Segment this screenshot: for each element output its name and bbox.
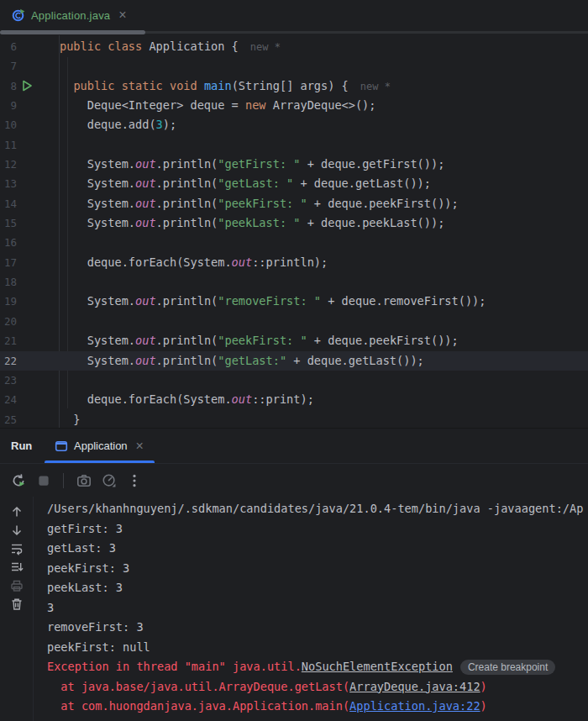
code-token: "getLast: " [218,176,293,190]
console-text: peekFirst: 3 [47,561,129,575]
code-line[interactable]: 17 deque.forEach(System.out::println); [0,253,588,272]
editor-tab-application-java[interactable]: Application.java × [0,0,138,30]
more-vertical-icon[interactable] [123,470,144,491]
line-number[interactable]: 12 [0,155,17,174]
code-line[interactable]: 22 System.out.println("getLast:" + deque… [0,351,588,371]
create-breakpoint-button[interactable]: Create breakpoint [460,660,555,675]
line-number[interactable]: 6 [0,37,17,56]
code-line[interactable]: 11 [0,135,588,155]
code-line[interactable]: 8 public static void main(String[] args)… [0,76,588,96]
code-line[interactable]: 6public class Application {new * [0,37,588,56]
console-toolbar [0,497,34,721]
line-number[interactable]: 7 [0,56,17,76]
soft-wrap-icon[interactable] [8,541,26,555]
code-line[interactable]: 25 } [0,410,588,428]
code-token: System. [60,157,135,171]
rerun-button[interactable] [8,470,29,491]
line-number[interactable]: 23 [0,371,17,390]
scroll-to-end-icon[interactable] [8,560,26,574]
code-token: deque.forEach(System. [60,392,232,406]
code-line[interactable]: 9 Deque<Integer> deque = new ArrayDeque<… [0,96,588,115]
code-token: + deque.removeFirst()); [321,294,486,308]
line-number[interactable]: 13 [0,174,17,193]
run-tab-active-indicator [45,460,155,463]
down-stack-trace-icon[interactable] [8,523,26,537]
stack-trace-link[interactable]: NoSuchElementException [302,660,453,673]
code-token: .println( [156,157,218,171]
console-output[interactable]: /Users/khanhnguyenj/.sdkman/candidates/j… [34,497,588,721]
line-number[interactable]: 20 [0,312,17,331]
console-line: getFirst: 3 [47,519,588,539]
run-tab-application[interactable]: Application × [45,429,155,463]
code-token: ::println); [252,255,328,269]
console-text: /Users/khanhnguyenj/.sdkman/candidates/j… [47,502,583,515]
code-token: System. [60,197,135,210]
code-line[interactable]: 7 [0,56,588,76]
code-token: .println( [156,197,218,210]
code-token: "peekFirst: " [218,334,307,347]
code-line[interactable]: 20 [0,312,588,331]
console-line: getLast: 3 [47,539,588,559]
line-number[interactable]: 17 [0,253,17,272]
console-text: peekLast: 3 [47,581,123,594]
code-token: void [170,79,197,92]
profiler-gauge-icon[interactable] [98,470,119,491]
ide-window: Application.java × 6public class Applica… [0,0,588,721]
code-token: ArrayDeque<>(); [266,98,376,112]
code-token: "removeFirst: " [218,294,321,308]
code-token: (String[] args) { [232,79,349,92]
line-number[interactable]: 10 [0,115,17,134]
print-icon[interactable] [8,578,26,592]
editor-tab-title: Application.java [31,9,110,22]
code-token: .println( [156,176,218,190]
console-text: getFirst: 3 [47,522,123,535]
line-number[interactable]: 9 [0,96,17,115]
line-number[interactable]: 8 [0,76,17,96]
line-number[interactable]: 24 [0,390,17,409]
line-number[interactable]: 25 [0,410,17,428]
code-line[interactable]: 13 System.out.println("getLast: " + dequ… [0,174,588,193]
code-line[interactable]: 21 System.out.println("peekFirst: " + de… [0,331,588,350]
run-tab-label: Application [74,439,128,452]
editor-tab-indicator [0,30,145,34]
line-number[interactable]: 19 [0,292,17,311]
code-line[interactable]: 24 deque.forEach(System.out::print); [0,390,588,409]
code-editor[interactable]: 6public class Application {new *78 publi… [0,35,588,428]
java-class-icon [12,8,25,22]
console-text: at com.huongdanjava.java.Application.mai… [47,699,349,713]
line-number[interactable]: 16 [0,233,17,252]
line-number[interactable]: 11 [0,135,17,155]
code-token: out [135,176,156,190]
console-line: at java.base/java.util.ArrayDeque.getLas… [47,677,588,697]
code-token: "getFirst: " [218,157,300,171]
close-icon[interactable]: × [116,9,129,21]
line-number[interactable]: 14 [0,194,17,213]
line-number[interactable]: 18 [0,272,17,292]
stack-trace-link[interactable]: Application.java:22 [349,699,480,713]
code-line[interactable]: 10 deque.add(3); [0,115,588,134]
close-icon[interactable]: × [134,440,146,452]
console-line: /Users/khanhnguyenj/.sdkman/candidates/j… [47,499,588,519]
code-line[interactable]: 12 System.out.println("getFirst: " + deq… [0,155,588,174]
code-vision-hint[interactable]: new * [250,41,281,53]
code-line[interactable]: 18 [0,272,588,292]
stack-trace-link[interactable]: ArrayDeque.java:412 [349,680,480,693]
code-line[interactable]: 19 System.out.println("removeFirst: " + … [0,292,588,311]
camera-icon[interactable] [73,470,94,491]
line-number[interactable]: 21 [0,331,17,350]
clear-all-icon[interactable] [8,597,26,611]
code-token: + deque.peekFirst()); [307,197,459,210]
code-line[interactable]: 16 [0,233,588,252]
code-vision-hint[interactable]: new * [360,81,391,92]
code-line[interactable]: 14 System.out.println("peekFirst: " + de… [0,194,588,213]
up-stack-trace-icon[interactable] [8,504,26,518]
run-line-icon[interactable] [20,79,34,92]
code-line[interactable]: 15 System.out.println("peekLast: " + deq… [0,213,588,233]
line-number[interactable]: 22 [0,351,17,371]
run-tool-window: Run Application × [0,428,588,721]
code-line[interactable]: 23 [0,371,588,390]
console-line: peekFirst: 3 [47,559,588,579]
code-token: public [73,79,114,92]
stop-button[interactable] [33,470,54,491]
line-number[interactable]: 15 [0,213,17,233]
